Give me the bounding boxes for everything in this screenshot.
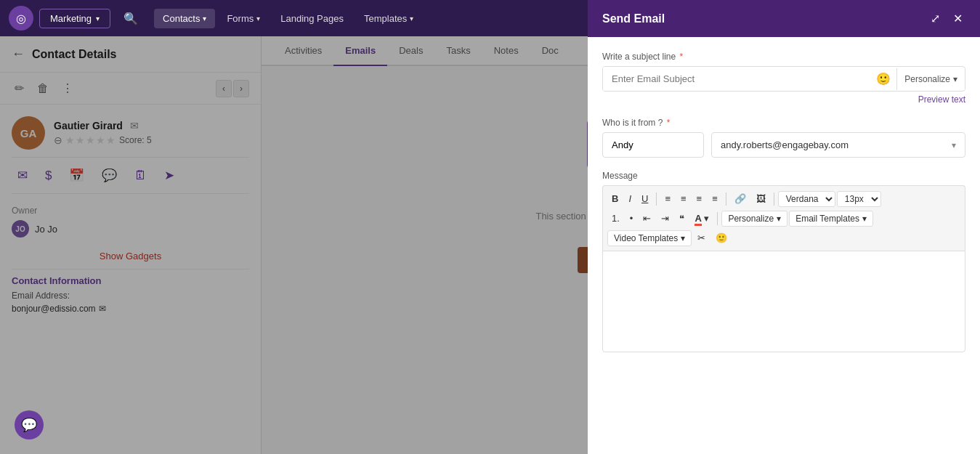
link-button[interactable]: 🔗 xyxy=(730,190,750,207)
personalize-label: Personalize xyxy=(904,74,950,84)
font-color-icon: A xyxy=(694,213,701,226)
editor-toolbar: B I U ≡ ≡ ≡ ≡ 🔗 xyxy=(602,185,965,251)
contacts-chevron-icon: ▾ xyxy=(203,15,206,23)
close-button[interactable]: ✕ xyxy=(950,10,965,27)
from-email-chevron-icon: ▾ xyxy=(952,140,956,150)
unordered-list-button[interactable]: • xyxy=(625,210,638,227)
toolbar-sep-1 xyxy=(656,192,657,206)
panel-title: Send Email xyxy=(602,12,665,25)
emoji-toolbar-button[interactable]: 🙂 xyxy=(711,230,732,246)
emoji-toolbar-icon: 🙂 xyxy=(716,232,727,243)
underline-icon: U xyxy=(641,193,648,204)
minimize-button[interactable]: ⤢ xyxy=(928,10,943,27)
message-editor[interactable] xyxy=(602,251,965,352)
from-required: * xyxy=(667,118,671,128)
toolbar-row-3: Video Templates ▾ ✂ 🙂 xyxy=(607,228,960,248)
subject-row: 🙂 Personalize ▾ xyxy=(602,66,965,92)
close-icon: ✕ xyxy=(953,12,963,25)
toolbar-sep-2 xyxy=(726,192,726,206)
nav-templates[interactable]: Templates ▾ xyxy=(355,9,422,28)
underline-button[interactable]: U xyxy=(637,190,652,207)
nav-forms[interactable]: Forms ▾ xyxy=(218,9,269,28)
align-center-button[interactable]: ≡ xyxy=(676,190,691,207)
nav-links: Contacts ▾ Forms ▾ Landing Pages Templat… xyxy=(154,9,422,28)
scissors-button[interactable]: ✂ xyxy=(693,230,710,246)
from-label-text: Who is it from ? xyxy=(602,118,663,128)
marketing-dropdown[interactable]: Marketing ▾ xyxy=(39,9,110,28)
italic-icon: I xyxy=(628,193,631,204)
personalize-toolbar-label: Personalize xyxy=(728,214,774,224)
templates-chevron-icon: ▾ xyxy=(410,15,413,23)
panel-body: Write a subject line * 🙂 Personalize ▾ P… xyxy=(588,37,980,454)
toolbar-row-2: 1. • ⇤ ⇥ ❝ A ▾ Personalize ▾ xyxy=(607,208,960,228)
marketing-chevron-icon: ▾ xyxy=(96,15,100,23)
subject-personalize-button[interactable]: Personalize ▾ xyxy=(896,68,965,90)
from-row: andy.roberts@engagebay.com ▾ xyxy=(602,132,965,158)
ordered-list-button[interactable]: 1. xyxy=(607,210,624,227)
chat-bubble-button[interactable]: 💬 xyxy=(15,410,44,439)
landing-pages-label: Landing Pages xyxy=(280,13,344,24)
chat-bubble-icon: 💬 xyxy=(21,417,37,433)
indent-more-button[interactable]: ⇥ xyxy=(657,210,673,227)
font-size-select[interactable]: 13px xyxy=(837,191,881,207)
subject-emoji-button[interactable]: 🙂 xyxy=(870,72,896,86)
message-form-group: Message B I U ≡ xyxy=(602,171,965,352)
image-button[interactable]: 🖼 xyxy=(752,190,770,207)
preview-text-link[interactable]: Preview text xyxy=(602,94,965,105)
from-email-text: andy.roberts@engagebay.com xyxy=(721,139,849,150)
align-justify-button[interactable]: ≡ xyxy=(708,190,722,207)
subject-form-group: Write a subject line * 🙂 Personalize ▾ P… xyxy=(602,52,965,105)
templates-label: Templates xyxy=(364,13,407,24)
panel-header: Send Email ⤢ ✕ xyxy=(588,0,980,37)
blockquote-button[interactable]: ❝ xyxy=(675,210,689,227)
from-form-group: Who is it from ? * andy.roberts@engageba… xyxy=(602,118,965,158)
subject-label-text: Write a subject line xyxy=(602,52,676,62)
personalize-toolbar-chevron-icon: ▾ xyxy=(777,214,781,224)
bold-icon: B xyxy=(612,193,618,204)
toolbar-sep-3 xyxy=(774,192,774,206)
font-family-select[interactable]: Verdana xyxy=(778,191,835,207)
main-container: ← Contact Details ✏ 🗑 ⋮ ‹ › GA Gautier G… xyxy=(0,36,980,454)
font-color-chevron-icon: ▾ xyxy=(704,213,709,224)
marketing-label: Marketing xyxy=(50,13,92,24)
align-left-button[interactable]: ≡ xyxy=(660,190,675,207)
email-templates-chevron-icon: ▾ xyxy=(862,214,867,224)
emoji-icon: 🙂 xyxy=(876,73,891,85)
toolbar-row-1: B I U ≡ ≡ ≡ ≡ 🔗 xyxy=(607,189,960,208)
font-color-button[interactable]: A ▾ xyxy=(690,210,713,227)
align-right-button[interactable]: ≡ xyxy=(692,190,707,207)
toolbar-sep-4 xyxy=(717,212,718,225)
nav-contacts[interactable]: Contacts ▾ xyxy=(154,9,215,28)
subject-input[interactable] xyxy=(603,67,870,91)
from-email-select[interactable]: andy.roberts@engagebay.com ▾ xyxy=(711,132,965,158)
send-email-panel: Send Email ⤢ ✕ Write a subject line * xyxy=(588,0,980,454)
preview-text-label: Preview text xyxy=(918,94,965,105)
forms-chevron-icon: ▾ xyxy=(256,15,260,23)
italic-button[interactable]: I xyxy=(624,190,636,207)
personalize-dropdown-button[interactable]: Personalize ▾ xyxy=(721,211,787,227)
bold-button[interactable]: B xyxy=(607,190,623,207)
minimize-icon: ⤢ xyxy=(931,12,940,25)
search-icon[interactable]: 🔍 xyxy=(116,7,145,30)
video-templates-label: Video Templates xyxy=(614,233,678,243)
email-templates-button[interactable]: Email Templates ▾ xyxy=(789,211,873,227)
contacts-label: Contacts xyxy=(163,13,200,24)
video-templates-button[interactable]: Video Templates ▾ xyxy=(607,230,692,246)
indent-less-button[interactable]: ⇤ xyxy=(639,210,655,227)
app-logo[interactable]: ◎ xyxy=(9,6,33,31)
panel-header-actions: ⤢ ✕ xyxy=(928,10,965,27)
forms-label: Forms xyxy=(227,13,254,24)
from-name-input[interactable] xyxy=(602,132,704,158)
from-label: Who is it from ? * xyxy=(602,118,965,128)
video-templates-chevron-icon: ▾ xyxy=(681,233,685,243)
scissors-icon: ✂ xyxy=(697,232,705,243)
message-label-text: Message xyxy=(602,171,638,181)
message-label: Message xyxy=(602,171,965,181)
email-templates-label: Email Templates xyxy=(795,214,859,224)
logo-icon: ◎ xyxy=(16,12,26,25)
subject-label: Write a subject line * xyxy=(602,52,965,62)
subject-required: * xyxy=(680,52,684,62)
nav-landing-pages[interactable]: Landing Pages xyxy=(272,9,352,28)
personalize-chevron-icon: ▾ xyxy=(953,74,957,84)
